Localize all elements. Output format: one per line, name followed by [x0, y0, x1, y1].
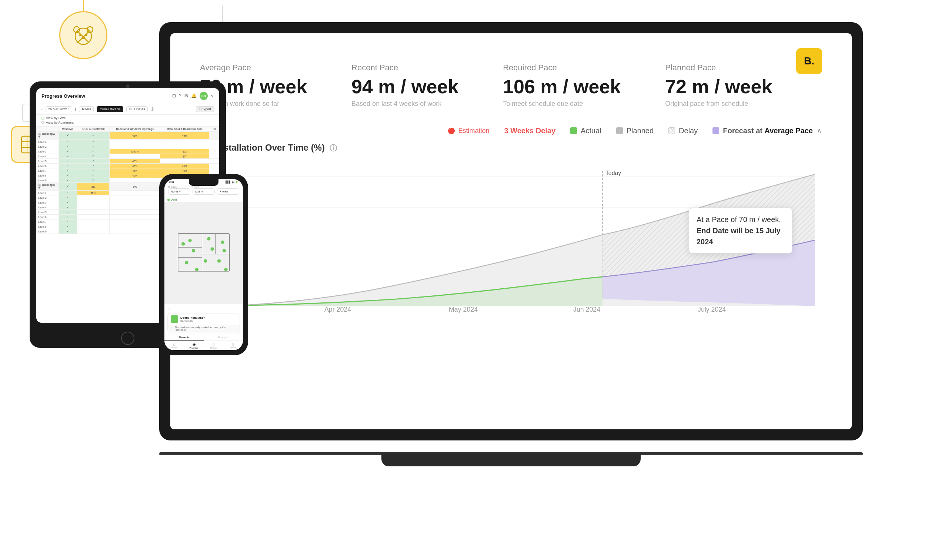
- nav-home[interactable]: ⌂ Home: [165, 342, 184, 349]
- metrics-row: Average Pace 70 m / week Based on work d…: [200, 55, 822, 108]
- filters-btn[interactable]: Filters: [79, 106, 94, 112]
- svg-text:May 2024: May 2024: [449, 306, 478, 313]
- user-avatar[interactable]: SB: [200, 92, 208, 100]
- card-subtitle: Barcol LTD: [180, 319, 205, 322]
- svg-text:July 2024: July 2024: [698, 306, 726, 313]
- phone: 9:41 ▌▌▌ ))) 🔋 Building North ∨ Level L0…: [159, 174, 248, 355]
- metric-required-pace: Required Pace 106 m / week To meet sched…: [503, 63, 621, 108]
- table-row[interactable]: Level 2 ✓ ✓: [37, 145, 219, 149]
- laptop-base: [381, 454, 641, 466]
- col-doors: Doors and Windows Openings: [109, 126, 160, 132]
- phone-nav: ⌂ Home ◈ Progress △ Draws ☺ Profile: [165, 340, 243, 350]
- tablet-camera: [126, 85, 129, 88]
- table-row[interactable]: Level 7 ✓ ✓ 45% 45%: [37, 168, 219, 173]
- chart-title: ing Installation Over Time (%) ⓘ: [200, 143, 822, 153]
- metric-recent-pace: Recent Pace 94 m / week Based on last 4 …: [351, 63, 458, 108]
- tab-errors[interactable]: Errors (1): [203, 335, 243, 340]
- svg-point-45: [185, 261, 188, 264]
- col-windows: Windows: [59, 126, 77, 132]
- tablet-header: Progress Overview ⊡ ? ✉ 🔔 SB ∨: [36, 88, 219, 104]
- radio-level[interactable]: View by Level: [42, 116, 214, 120]
- svg-text:Today: Today: [606, 170, 621, 176]
- laptop-screen: B. Average Pace 70 m / week Based on wor…: [170, 33, 852, 429]
- radio-level-circle: [42, 117, 45, 120]
- tablet-toolbar: ‹ 26 Mar 2022 › | Filters Cumulative % D…: [36, 104, 219, 115]
- card-title: Doors Installation: [180, 316, 205, 319]
- tab-elements[interactable]: Elements: [165, 335, 203, 340]
- building-select[interactable]: North ∨: [168, 188, 190, 195]
- legend-forecast: Forecast at Average Pace ∧: [712, 126, 822, 135]
- area-select[interactable]: + Area: [217, 188, 239, 195]
- floor-plan: [174, 230, 233, 276]
- svg-point-47: [224, 268, 227, 271]
- estimation-badge: 🔴 Estimation: [448, 127, 489, 135]
- date-nav[interactable]: 26 Mar 2022 ›: [46, 106, 72, 112]
- radio-row: View by Level View by Apartment: [36, 115, 219, 126]
- laptop-body: B. Average Pace 70 m / week Based on wor…: [159, 22, 863, 440]
- col-metal: Metal Stud & Board One Side: [160, 126, 209, 132]
- svg-point-48: [182, 242, 185, 245]
- chart-container: ing Installation Over Time (%) ⓘ 100% 75…: [200, 143, 822, 320]
- svg-point-39: [188, 239, 191, 242]
- svg-point-46: [195, 268, 199, 271]
- bear-icon: [59, 11, 107, 59]
- table-row[interactable]: Level 4 ✓ ✓ @2: [37, 154, 219, 159]
- laptop: B. Average Pace 70 m / week Based on wor…: [159, 22, 863, 466]
- nav-progress[interactable]: ◈ Progress: [184, 342, 203, 349]
- legend-actual: Actual: [570, 126, 601, 135]
- tablet-title: Progress Overview: [42, 93, 85, 99]
- legend-planned: Planned: [616, 126, 654, 135]
- table-row[interactable]: Level 5 ✓ ✓ 45%: [37, 159, 219, 164]
- svg-point-40: [207, 237, 210, 240]
- tablet-home-button[interactable]: [121, 332, 134, 345]
- phone-screen: 9:41 ▌▌▌ ))) 🔋 Building North ∨ Level L0…: [165, 179, 243, 350]
- radio-apt-circle: [42, 121, 45, 124]
- done-badge: Done: [165, 197, 243, 202]
- radio-apartment[interactable]: View by Apartment: [42, 121, 214, 125]
- col-rec: Rec: [209, 126, 219, 132]
- phone-bottom: ← Doors Installation Barcol LTD ✓ This l…: [165, 304, 243, 350]
- forecast-tooltip: At a Pace of 70 m / week, End Date will …: [689, 208, 792, 254]
- table-row[interactable]: Level 3 ✓ ✓ @21% @2: [37, 149, 219, 154]
- nav-draws[interactable]: △ Draws: [203, 342, 223, 349]
- phone-body: 9:41 ▌▌▌ ))) 🔋 Building North ∨ Level L0…: [159, 174, 248, 355]
- tablet-header-icons: ⊡ ? ✉ 🔔 SB ∨: [172, 92, 214, 100]
- level-select[interactable]: L01 ∨: [193, 188, 215, 195]
- svg-point-41: [221, 241, 224, 244]
- svg-point-44: [217, 259, 221, 262]
- svg-point-49: [210, 247, 214, 251]
- phone-notch: [189, 179, 219, 186]
- svg-point-42: [192, 249, 195, 252]
- laptop-content: Average Pace 70 m / week Based on work d…: [170, 33, 852, 429]
- svg-rect-32: [178, 234, 229, 271]
- info-notice: ✓ This level was manually marked as done…: [168, 325, 240, 333]
- due-dates-btn[interactable]: Due Dates: [126, 106, 148, 112]
- svg-point-0: [75, 28, 91, 45]
- legend-delay: Delay: [668, 126, 698, 135]
- svg-point-50: [222, 249, 226, 252]
- phone-map-area[interactable]: [165, 202, 243, 304]
- svg-text:Apr 2024: Apr 2024: [324, 306, 351, 313]
- table-row[interactable]: Level 1 ✓ ✓: [37, 140, 219, 145]
- table-row[interactable]: Level 6 ✓ ✓ 45% 45%: [37, 164, 219, 168]
- phone-info-card: Doors Installation Barcol LTD ✓ This lev…: [167, 313, 240, 333]
- phone-tabs: Elements Errors (1): [165, 335, 243, 340]
- export-btn[interactable]: ↑ Export: [196, 106, 214, 112]
- installation-color: [171, 315, 178, 323]
- col-brick: Brick & Blockwork: [77, 126, 109, 132]
- building-a-row[interactable]: 🏢 Building A ∨ ✓ ✓ 45% 45%: [37, 132, 219, 140]
- svg-point-43: [203, 259, 207, 262]
- metric-planned-pace: Planned Pace 72 m / week Original pace f…: [665, 63, 772, 108]
- svg-text:Jun 2024: Jun 2024: [573, 306, 600, 313]
- back-button[interactable]: ←: [165, 304, 243, 313]
- laptop-notch: [500, 26, 522, 32]
- nav-profile[interactable]: ☺ Profile: [223, 342, 243, 349]
- cumulative-btn[interactable]: Cumulative %: [97, 106, 123, 112]
- chart-legend: 🔴 Estimation 3 Weeks Delay Actual Planne…: [200, 126, 822, 135]
